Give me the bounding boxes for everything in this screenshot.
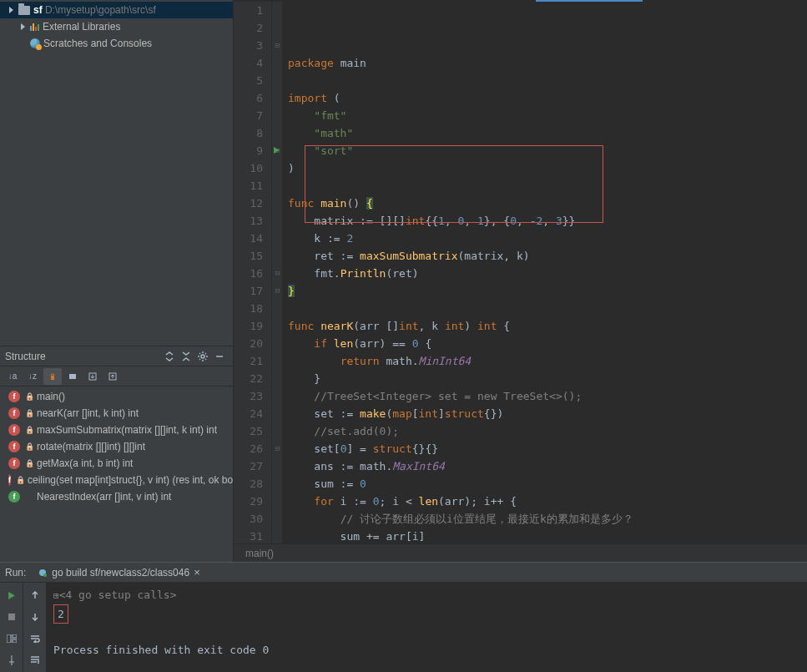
code-line[interactable]: //TreeSet<Integer> set = new TreeSet<>()… bbox=[288, 387, 807, 405]
code-line[interactable]: return math.MinInt64 bbox=[288, 352, 807, 370]
run-tab[interactable]: go build sf/newclass2/class046 × bbox=[34, 563, 206, 583]
code-line[interactable]: // 讨论子数组必须以i位置结尾，最接近k的累加和是多少？ bbox=[288, 510, 807, 528]
fold-column[interactable]: ⊟⊟⊟⊟⊟ bbox=[272, 2, 283, 543]
fold-marker[interactable] bbox=[273, 321, 282, 331]
console-output[interactable]: ⊞<4 go setup calls> 2 Process finished w… bbox=[47, 583, 807, 672]
gear-icon[interactable] bbox=[194, 348, 211, 365]
code-line[interactable]: set := make(map[int]struct{}) bbox=[288, 405, 807, 422]
project-tree[interactable]: sf D:\mysetup\gopath\src\sf External Lib… bbox=[0, 0, 233, 346]
breadcrumb-label: main() bbox=[245, 548, 274, 559]
folder-icon bbox=[18, 6, 30, 15]
autoscroll-from-button[interactable] bbox=[103, 368, 122, 385]
structure-item[interactable]: fNearestIndex(arr []int, v int) int bbox=[0, 488, 233, 505]
expand-all-button[interactable] bbox=[63, 368, 82, 385]
svg-marker-1 bbox=[21, 23, 25, 30]
code-line[interactable]: func nearK(arr []int, k int) int { bbox=[288, 317, 807, 335]
structure-item-label: nearK(arr []int, k int) int bbox=[37, 407, 139, 419]
code-content[interactable]: package mainimport ( "fmt" "math" "sort"… bbox=[283, 2, 807, 543]
structure-item-label: rotate(matrix [][]int) [][]int bbox=[37, 441, 145, 452]
structure-item[interactable]: f🔒maxSumSubmatrix(matrix [][]int, k int)… bbox=[0, 422, 233, 438]
lock-icon: 🔒 bbox=[16, 477, 23, 483]
code-line[interactable]: ) bbox=[288, 159, 807, 177]
rerun-button[interactable] bbox=[3, 586, 21, 604]
code-line[interactable]: "sort" bbox=[288, 142, 807, 159]
code-line[interactable]: if len(arr) == 0 { bbox=[288, 335, 807, 352]
code-line[interactable] bbox=[288, 177, 807, 195]
tree-scratches[interactable]: Scratches and Consoles bbox=[0, 35, 233, 52]
code-line[interactable]: set[0] = struct{}{} bbox=[288, 440, 807, 457]
code-line[interactable]: ret := maxSumSubmatrix(matrix, k) bbox=[288, 247, 807, 265]
chevron-right-icon bbox=[18, 23, 27, 31]
code-line[interactable] bbox=[288, 300, 807, 317]
run-actions-gutter bbox=[0, 583, 23, 672]
tree-root[interactable]: sf D:\mysetup\gopath\src\sf bbox=[0, 2, 233, 18]
tree-root-label: sf D:\mysetup\gopath\src\sf bbox=[33, 4, 156, 16]
console-setup: <4 go setup calls> bbox=[59, 589, 177, 601]
run-tab-label: go build sf/newclass2/class046 bbox=[52, 567, 189, 579]
code-line[interactable]: sum := 0 bbox=[288, 475, 807, 493]
up-button[interactable] bbox=[26, 586, 44, 604]
structure-list[interactable]: f🔒main()f🔒nearK(arr []int, k int) intf🔒m… bbox=[0, 387, 233, 562]
run-panel: Run: go build sf/newclass2/class046 × ⊞<… bbox=[0, 562, 807, 672]
code-line[interactable] bbox=[288, 72, 807, 89]
expand-icon[interactable] bbox=[161, 348, 178, 365]
stop-button[interactable] bbox=[3, 608, 21, 626]
sort-type-button[interactable]: ↓z bbox=[23, 368, 42, 385]
structure-item-label: maxSumSubmatrix(matrix [][]int, k int) i… bbox=[37, 424, 217, 436]
fold-icon[interactable]: ⊞ bbox=[53, 590, 59, 601]
run-label: Run: bbox=[5, 567, 26, 579]
autoscroll-to-button[interactable] bbox=[83, 368, 102, 385]
structure-item[interactable]: f🔒nearK(arr []int, k int) int bbox=[0, 405, 233, 422]
fold-marker[interactable] bbox=[273, 234, 282, 243]
scroll-end-button[interactable] bbox=[26, 651, 44, 669]
tree-external-libs[interactable]: External Libraries bbox=[0, 18, 233, 35]
pin-button[interactable] bbox=[3, 651, 21, 669]
sort-alpha-button[interactable]: ↓a bbox=[3, 368, 22, 385]
code-line[interactable]: k := 2 bbox=[288, 230, 807, 247]
code-area[interactable]: 1234567891011121314151617181920212223242… bbox=[234, 2, 807, 543]
lock-icon: 🔒 bbox=[25, 410, 32, 417]
code-line[interactable]: "math" bbox=[288, 124, 807, 142]
function-icon: f bbox=[8, 407, 20, 419]
fold-marker[interactable]: ⊟ bbox=[273, 41, 282, 50]
structure-header: Structure bbox=[0, 346, 233, 366]
fold-marker[interactable]: ⊟ bbox=[273, 444, 282, 453]
structure-item[interactable]: f🔒main() bbox=[0, 388, 233, 405]
function-icon: f bbox=[8, 424, 20, 436]
fold-marker[interactable]: ⊟ bbox=[273, 269, 282, 278]
fold-marker[interactable] bbox=[273, 111, 282, 120]
minimize-icon[interactable] bbox=[211, 348, 228, 365]
fold-marker[interactable]: ⊟ bbox=[273, 286, 282, 296]
external-libs-icon bbox=[30, 23, 39, 31]
layout-button[interactable] bbox=[3, 629, 21, 648]
breadcrumb-bar[interactable]: main() bbox=[234, 543, 807, 562]
structure-item[interactable]: f🔒rotate(matrix [][]int) [][]int bbox=[0, 438, 233, 455]
code-line[interactable]: func main() { bbox=[288, 195, 807, 212]
lock-icon: 🔒 bbox=[25, 443, 32, 450]
code-line[interactable]: fmt.Println(ret) bbox=[288, 265, 807, 282]
svg-point-10 bbox=[43, 573, 47, 577]
code-line[interactable]: "fmt" bbox=[288, 107, 807, 124]
collapse-icon[interactable] bbox=[178, 348, 194, 365]
show-private-button[interactable] bbox=[43, 368, 62, 385]
code-line[interactable]: import ( bbox=[288, 89, 807, 107]
svg-marker-0 bbox=[9, 7, 13, 13]
code-line[interactable]: for i := 0; i < len(arr); i++ { bbox=[288, 493, 807, 510]
code-line[interactable]: package main bbox=[288, 54, 807, 72]
code-line[interactable]: ans := math.MaxInt64 bbox=[288, 457, 807, 475]
structure-item[interactable]: f🔒ceiling(set map[int]struct{}, v int) (… bbox=[0, 472, 233, 488]
run-header: Run: go build sf/newclass2/class046 × bbox=[0, 563, 807, 583]
svg-marker-8 bbox=[274, 147, 280, 154]
code-line[interactable]: //set.add(0); bbox=[288, 422, 807, 440]
run-gutter-icon[interactable] bbox=[273, 142, 280, 159]
soft-wrap-button[interactable] bbox=[26, 629, 44, 648]
code-line[interactable]: } bbox=[288, 282, 807, 300]
function-icon: f bbox=[8, 474, 11, 486]
code-line[interactable]: matrix := [][]int{{1, 0, 1}, {0, -2, 3}} bbox=[288, 212, 807, 230]
close-icon[interactable]: × bbox=[194, 566, 200, 579]
code-line[interactable]: sum += arr[i] bbox=[288, 528, 807, 543]
chevron-right-icon bbox=[7, 6, 15, 14]
code-line[interactable]: } bbox=[288, 370, 807, 387]
structure-item[interactable]: f🔒getMax(a int, b int) int bbox=[0, 455, 233, 472]
down-button[interactable] bbox=[26, 608, 44, 626]
